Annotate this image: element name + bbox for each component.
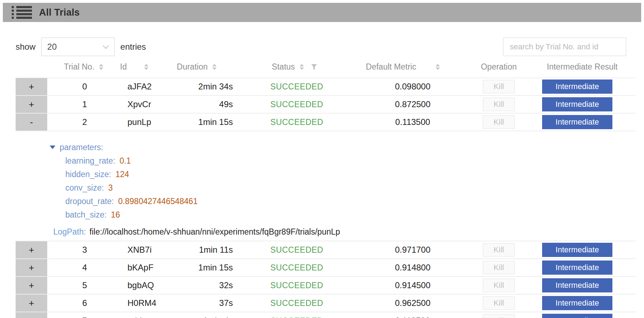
trial-id: H0RM4 [109,295,152,312]
default-metric: 0.113500 [337,312,469,318]
trial-id: XpvCr [109,96,152,113]
column-header-trial-no[interactable]: Trial No. [47,56,109,78]
trial-id: XNB7i [109,241,152,258]
intermediate-button[interactable]: Intermediate [542,243,612,257]
expand-column-header [16,56,47,78]
column-header-default-metric[interactable]: Default Metric [337,56,469,78]
trial-no: 3 [47,241,109,258]
trial-id: bgbAQ [109,277,152,294]
page-size-value: 20 [47,42,57,52]
parameter-row: hidden_size: 124 [16,168,635,181]
param-key: hidden_size: [65,170,111,179]
default-metric: 0.098000 [337,78,469,95]
collapse-arrow-icon [50,146,55,149]
column-header-intermediate-result: Intermediate Result [529,56,635,78]
table-row: + 4 bKApF 1min 15s SUCCEEDED 0.914800 Ki… [16,259,635,277]
trial-duration: 1min 15s [152,259,241,276]
default-metric: 0.113500 [337,114,469,131]
kill-button[interactable]: Kill [483,261,515,274]
trial-no: 4 [47,259,109,276]
column-header-status[interactable]: Status [241,56,337,78]
param-key: batch_size: [65,210,107,220]
trial-no: 1 [47,96,109,113]
entries-label: entries [120,42,146,52]
expand-toggle[interactable]: + [16,96,47,113]
show-label: show [16,42,36,52]
parameter-row: dropout_rate: 0.8980427446548461 [16,194,635,208]
intermediate-button[interactable]: Intermediate [542,314,612,318]
trial-duration: 2min 34s [152,78,241,95]
logpath-row: LogPath: file://localhost:/home/v-shhuan… [16,225,635,238]
param-value: 3 [108,183,113,193]
table-controls: show 20 entries [16,38,635,56]
kill-button[interactable]: Kill [483,243,515,257]
table-row: + 5 bgbAQ 32s SUCCEEDED 0.914500 Kill In… [16,277,635,295]
intermediate-button[interactable]: Intermediate [542,296,612,310]
search-input[interactable] [503,38,626,56]
kill-button[interactable]: Kill [483,314,515,318]
status-badge: SUCCEEDED [241,241,337,258]
intermediate-button[interactable]: Intermediate [542,261,612,275]
expand-toggle[interactable]: + [16,277,47,294]
trial-duration: 1min 4s [152,312,241,318]
logpath-label: LogPath: [53,227,86,237]
parameters-label: parameters: [60,143,103,152]
kill-button[interactable]: Kill [483,115,515,129]
parameters-toggle[interactable]: parameters: [16,141,635,154]
intermediate-button[interactable]: Intermediate [542,115,612,129]
status-badge: SUCCEEDED [241,96,337,113]
filter-icon[interactable] [311,64,317,70]
sort-icon[interactable] [144,64,148,70]
kill-button[interactable]: Kill [483,279,515,292]
trial-no: 7 [47,312,109,318]
expand-toggle[interactable]: + [16,295,47,312]
collapse-toggle[interactable]: - [16,114,47,131]
default-metric: 0.962500 [337,295,469,312]
trial-id: punLp [109,114,152,131]
default-metric: 0.914500 [337,277,469,294]
table-row: - 2 punLp 1min 15s SUCCEEDED 0.113500 Ki… [16,114,635,131]
parameter-row: learning_rate: 0.1 [16,154,635,168]
trial-duration: 32s [152,277,241,294]
param-value: 0.1 [120,156,131,166]
expand-toggle[interactable]: + [16,78,47,95]
intermediate-button[interactable]: Intermediate [542,80,612,94]
sort-icon[interactable] [212,64,217,70]
trial-no: 0 [47,78,109,95]
status-badge: SUCCEEDED [241,259,337,276]
intermediate-button[interactable]: Intermediate [542,278,612,292]
parameter-row: batch_size: 16 [16,208,635,221]
logpath-value: file://localhost:/home/v-shhuan/nni/expe… [89,227,340,237]
trial-no: 2 [47,114,109,131]
intermediate-button[interactable]: Intermediate [542,97,612,111]
trial-duration: 49s [152,96,241,113]
expand-toggle[interactable]: + [16,259,47,276]
kill-button[interactable]: Kill [483,296,515,310]
column-header-duration[interactable]: Duration [152,56,241,78]
table-row: + 7 rohlg 1min 4s SUCCEEDED 0.113500 Kil… [16,312,635,318]
titlebar: All Trials [3,3,641,22]
table-row: + 1 XpvCr 49s SUCCEEDED 0.872500 Kill In… [16,96,635,114]
table-row: + 0 aJFA2 2min 34s SUCCEEDED 0.098000 Ki… [16,78,635,96]
status-badge: SUCCEEDED [241,277,337,294]
trial-no: 5 [47,277,109,294]
param-value: 16 [111,210,120,220]
sort-icon[interactable] [99,64,103,70]
expand-toggle[interactable]: + [16,241,47,258]
column-header-id[interactable]: Id [109,56,152,78]
kill-button[interactable]: Kill [483,98,515,111]
page-size-select[interactable]: 20 [41,38,115,56]
trial-id: aJFA2 [109,78,152,95]
trial-id: rohlg [109,312,152,318]
default-metric: 0.971700 [337,241,469,258]
sort-icon[interactable] [436,64,440,70]
default-metric: 0.914800 [337,259,469,276]
kill-button[interactable]: Kill [483,80,515,93]
sort-icon[interactable] [300,64,304,70]
expand-toggle[interactable]: + [16,312,47,318]
page-title: All Trials [39,7,80,18]
status-badge: SUCCEEDED [241,312,337,318]
parameter-row: conv_size: 3 [16,181,635,194]
chevron-down-icon [103,43,109,49]
column-header-operation: Operation [469,56,529,78]
